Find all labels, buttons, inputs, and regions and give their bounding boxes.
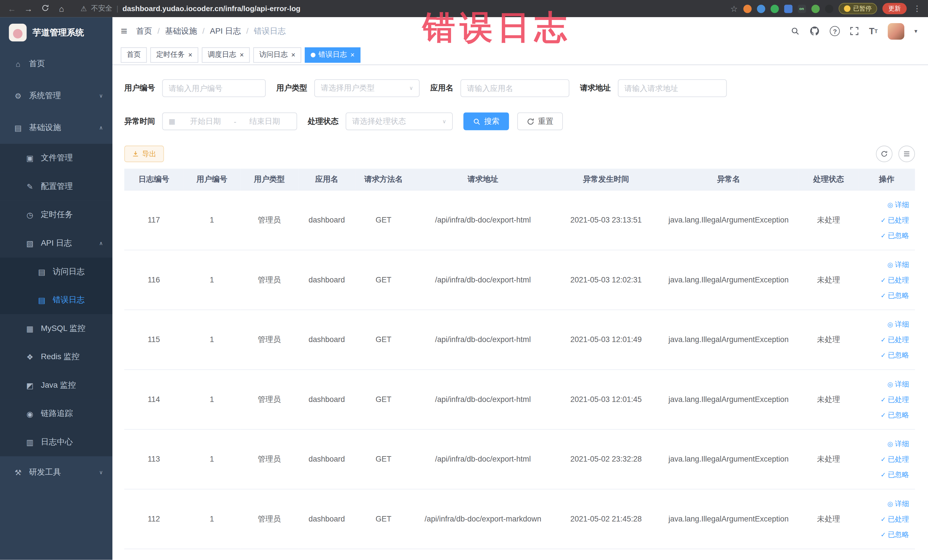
sidebar-item-api-log[interactable]: ▧API 日志∧ <box>0 229 112 258</box>
tab-home[interactable]: 首页 <box>121 47 147 63</box>
action-label: 已忽略 <box>888 526 909 542</box>
avatar[interactable] <box>888 23 904 40</box>
breadcrumb-item[interactable]: API 日志 <box>210 26 241 36</box>
request-url-input[interactable] <box>618 79 727 97</box>
action-processed[interactable]: ✓已处理 <box>858 511 909 526</box>
export-button[interactable]: 导出 <box>124 145 164 162</box>
eye-icon: ◎ <box>887 197 893 212</box>
tab-label: 首页 <box>127 50 141 60</box>
paused-badge[interactable]: 已暂停 <box>838 3 877 14</box>
extension-icon-red[interactable] <box>743 5 751 13</box>
action-detail[interactable]: ◎详细 <box>858 256 909 272</box>
chevron-down-icon[interactable]: ▾ <box>914 28 917 35</box>
tab-error-log[interactable]: 错误日志× <box>305 47 360 63</box>
sidebar-item-config-management[interactable]: ✎配置管理 <box>0 172 112 201</box>
font-size-icon[interactable]: TT <box>869 26 878 36</box>
security-label[interactable]: 不安全 <box>91 3 112 14</box>
sidebar-item-log-center[interactable]: ▥日志中心 <box>0 428 112 456</box>
tab-close-icon[interactable]: × <box>291 51 296 58</box>
action-processed[interactable]: ✓已处理 <box>858 272 909 287</box>
extension-icon-leaf[interactable] <box>811 5 819 13</box>
action-detail[interactable]: ◎详细 <box>858 436 909 451</box>
breadcrumb-item[interactable]: 基础设施 <box>165 26 197 36</box>
action-label: 已处理 <box>888 451 909 467</box>
gear-icon: ⚙ <box>13 92 23 101</box>
tab-access-log[interactable]: 访问日志× <box>253 47 301 63</box>
tab-close-icon[interactable]: × <box>350 51 355 58</box>
sidebar-item-trace[interactable]: ◉链路追踪 <box>0 400 112 428</box>
action-ignored[interactable]: ✓已忽略 <box>858 347 909 363</box>
action-detail[interactable]: ◎详细 <box>858 376 909 391</box>
eye-icon: ◎ <box>887 316 893 332</box>
sidebar-item-redis-monitor[interactable]: ❖Redis 监控 <box>0 343 112 371</box>
breadcrumb-item[interactable]: 首页 <box>136 26 152 36</box>
sidebar-item-system-management[interactable]: ⚙系统管理∨ <box>0 80 112 112</box>
home-button-icon[interactable]: ⌂ <box>56 4 67 13</box>
tab-scheduled-jobs[interactable]: 定时任务× <box>150 47 198 63</box>
infrastructure-icon: ▤ <box>13 124 23 132</box>
github-icon[interactable] <box>810 26 820 36</box>
exception-time-range[interactable]: ▦ 开始日期 - 结束日期 <box>162 112 297 130</box>
cell-user-type: 管理员 <box>240 489 298 549</box>
reset-button[interactable]: 重置 <box>517 112 563 130</box>
eye-icon: ◎ <box>887 376 893 391</box>
bookmark-star-icon[interactable]: ☆ <box>730 4 738 13</box>
action-ignored[interactable]: ✓已忽略 <box>858 526 909 542</box>
action-ignored[interactable]: ✓已忽略 <box>858 287 909 303</box>
sidebar-item-label: API 日志 <box>41 238 72 249</box>
sidebar-item-mysql-monitor[interactable]: ▦MySQL 监控 <box>0 314 112 343</box>
extension-icon-green[interactable] <box>770 5 778 13</box>
action-detail[interactable]: ◎详细 <box>858 197 909 212</box>
action-ignored[interactable]: ✓已忽略 <box>858 227 909 243</box>
user-type-select[interactable]: 请选择用户类型 ∨ <box>314 79 420 97</box>
sidebar-item-infrastructure[interactable]: ▤基础设施∧ <box>0 112 112 144</box>
sidebar-item-java-monitor[interactable]: ◩Java 监控 <box>0 371 112 400</box>
extension-icon-dark[interactable] <box>825 5 833 13</box>
action-ignored[interactable]: ✓已忽略 <box>858 467 909 482</box>
browser-menu-icon[interactable]: ⋮ <box>912 4 922 13</box>
tab-close-icon[interactable]: × <box>188 51 192 58</box>
forward-icon[interactable]: → <box>23 4 34 13</box>
columns-settings-button[interactable] <box>898 145 915 162</box>
fullscreen-icon[interactable] <box>850 26 859 35</box>
sidebar-toggle-icon[interactable]: ≡ <box>121 25 127 37</box>
tab-close-icon[interactable]: × <box>239 51 244 58</box>
address-bar[interactable]: ⚠ 不安全 | dashboard.yudao.iocoder.cn/infra… <box>72 3 725 14</box>
back-icon[interactable]: ← <box>6 4 18 13</box>
cell-status: 未处理 <box>799 310 858 369</box>
cell-actions: ◎详细✓已处理✓已忽略 <box>858 369 915 429</box>
sidebar-item-error-log[interactable]: ▤错误日志 <box>0 286 112 314</box>
sidebar-item-access-log[interactable]: ▤访问日志 <box>0 257 112 286</box>
sidebar-item-scheduled-jobs[interactable]: ◷定时任务 <box>0 201 112 229</box>
action-detail[interactable]: ◎详细 <box>858 316 909 332</box>
search-icon[interactable] <box>791 26 800 35</box>
update-button[interactable]: 更新 <box>882 3 907 14</box>
action-detail[interactable]: ◎详细 <box>858 496 909 511</box>
user-id-input[interactable] <box>162 79 266 97</box>
extension-icon-grid[interactable] <box>784 5 792 13</box>
action-processed[interactable]: ✓已处理 <box>858 451 909 467</box>
column-header: 日志编号 <box>124 169 183 190</box>
help-icon[interactable]: ? <box>830 26 840 36</box>
cell-method: GET <box>355 489 412 549</box>
sidebar-item-dev-tools[interactable]: ⚒研发工具∨ <box>0 456 112 488</box>
action-processed[interactable]: ✓已处理 <box>858 212 909 227</box>
refresh-button[interactable] <box>876 145 892 162</box>
url-text[interactable]: dashboard.yudao.iocoder.cn/infra/log/api… <box>122 5 301 13</box>
extension-icon-on-badge[interactable]: on <box>798 5 806 13</box>
column-header: 请求方法名 <box>355 169 412 190</box>
chevron-down-icon: ∨ <box>99 469 103 475</box>
tab-schedule-log[interactable]: 调度日志× <box>202 47 250 63</box>
app-name-input[interactable] <box>461 79 569 97</box>
action-processed[interactable]: ✓已处理 <box>858 391 909 407</box>
browser-chrome: ← → ⌂ ⚠ 不安全 | dashboard.yudao.iocoder.cn… <box>0 0 928 17</box>
process-status-select[interactable]: 请选择处理状态 ∨ <box>346 112 453 130</box>
extension-icon-blue[interactable] <box>757 5 765 13</box>
action-ignored[interactable]: ✓已忽略 <box>858 407 909 422</box>
reload-icon[interactable] <box>39 4 51 13</box>
sidebar-item-home[interactable]: ⌂首页 <box>0 48 112 80</box>
search-button[interactable]: 搜索 <box>463 112 509 130</box>
action-label: 已处理 <box>888 212 909 227</box>
sidebar-item-file-management[interactable]: ▣文件管理 <box>0 144 112 172</box>
action-processed[interactable]: ✓已处理 <box>858 332 909 347</box>
